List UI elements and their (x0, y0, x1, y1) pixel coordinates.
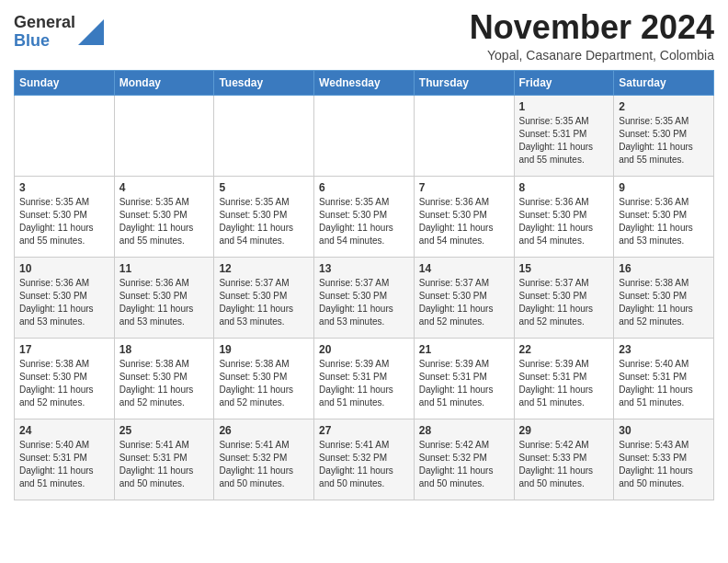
calendar-cell: 15Sunrise: 5:37 AM Sunset: 5:30 PM Dayli… (514, 257, 614, 338)
day-info: Sunrise: 5:35 AM Sunset: 5:31 PM Dayligh… (519, 115, 609, 167)
day-info: Sunrise: 5:38 AM Sunset: 5:30 PM Dayligh… (619, 277, 709, 328)
day-number: 5 (219, 181, 309, 194)
calendar-cell: 9Sunrise: 5:36 AM Sunset: 5:30 PM Daylig… (614, 176, 714, 257)
col-monday: Monday (114, 70, 214, 95)
day-number: 4 (119, 181, 210, 194)
day-number: 9 (619, 181, 709, 194)
day-number: 21 (419, 343, 509, 356)
calendar-cell: 24Sunrise: 5:40 AM Sunset: 5:31 PM Dayli… (15, 419, 115, 500)
day-number: 18 (119, 343, 210, 356)
calendar-cell: 16Sunrise: 5:38 AM Sunset: 5:30 PM Dayli… (614, 257, 714, 338)
day-info: Sunrise: 5:40 AM Sunset: 5:31 PM Dayligh… (19, 439, 109, 490)
location-subtitle: Yopal, Casanare Department, Colombia (470, 48, 714, 63)
calendar-cell: 29Sunrise: 5:42 AM Sunset: 5:33 PM Dayli… (514, 419, 614, 500)
day-info: Sunrise: 5:38 AM Sunset: 5:30 PM Dayligh… (19, 358, 109, 409)
day-number: 26 (219, 424, 309, 437)
day-info: Sunrise: 5:38 AM Sunset: 5:30 PM Dayligh… (119, 358, 210, 409)
day-info: Sunrise: 5:36 AM Sunset: 5:30 PM Dayligh… (19, 277, 109, 328)
calendar-cell: 13Sunrise: 5:37 AM Sunset: 5:30 PM Dayli… (314, 257, 415, 338)
day-info: Sunrise: 5:35 AM Sunset: 5:30 PM Dayligh… (619, 115, 709, 167)
calendar-cell: 5Sunrise: 5:35 AM Sunset: 5:30 PM Daylig… (214, 176, 314, 257)
month-title: November 2024 (470, 9, 714, 46)
day-info: Sunrise: 5:37 AM Sunset: 5:30 PM Dayligh… (519, 277, 609, 328)
header-row: Sunday Monday Tuesday Wednesday Thursday… (15, 70, 714, 95)
calendar-body: 1Sunrise: 5:35 AM Sunset: 5:31 PM Daylig… (15, 95, 714, 500)
day-info: Sunrise: 5:39 AM Sunset: 5:31 PM Dayligh… (319, 358, 409, 409)
day-number: 25 (119, 424, 210, 437)
day-info: Sunrise: 5:36 AM Sunset: 5:30 PM Dayligh… (619, 196, 709, 247)
calendar-cell (15, 95, 115, 176)
day-info: Sunrise: 5:38 AM Sunset: 5:30 PM Dayligh… (219, 358, 309, 409)
calendar-cell: 2Sunrise: 5:35 AM Sunset: 5:30 PM Daylig… (614, 95, 714, 176)
day-info: Sunrise: 5:37 AM Sunset: 5:30 PM Dayligh… (319, 277, 409, 328)
calendar-cell (314, 95, 415, 176)
day-info: Sunrise: 5:39 AM Sunset: 5:31 PM Dayligh… (519, 358, 609, 409)
day-number: 1 (519, 100, 609, 113)
day-number: 27 (319, 424, 409, 437)
calendar-week-row: 17Sunrise: 5:38 AM Sunset: 5:30 PM Dayli… (15, 338, 714, 419)
col-friday: Friday (514, 70, 614, 95)
calendar-cell: 19Sunrise: 5:38 AM Sunset: 5:30 PM Dayli… (214, 338, 314, 419)
col-wednesday: Wednesday (314, 70, 415, 95)
day-info: Sunrise: 5:35 AM Sunset: 5:30 PM Dayligh… (219, 196, 309, 247)
day-number: 19 (219, 343, 309, 356)
calendar-cell: 27Sunrise: 5:41 AM Sunset: 5:32 PM Dayli… (314, 419, 415, 500)
day-number: 24 (19, 424, 109, 437)
day-number: 23 (619, 343, 709, 356)
day-number: 22 (519, 343, 609, 356)
calendar-cell: 3Sunrise: 5:35 AM Sunset: 5:30 PM Daylig… (15, 176, 115, 257)
col-thursday: Thursday (414, 70, 514, 95)
day-number: 12 (219, 262, 309, 275)
calendar-cell: 25Sunrise: 5:41 AM Sunset: 5:31 PM Dayli… (114, 419, 214, 500)
day-info: Sunrise: 5:40 AM Sunset: 5:31 PM Dayligh… (619, 358, 709, 409)
day-number: 30 (619, 424, 709, 437)
calendar-cell: 7Sunrise: 5:36 AM Sunset: 5:30 PM Daylig… (414, 176, 514, 257)
day-info: Sunrise: 5:36 AM Sunset: 5:30 PM Dayligh… (519, 196, 609, 247)
day-info: Sunrise: 5:41 AM Sunset: 5:32 PM Dayligh… (319, 439, 409, 490)
day-info: Sunrise: 5:39 AM Sunset: 5:31 PM Dayligh… (419, 358, 509, 409)
col-sunday: Sunday (15, 70, 115, 95)
calendar-cell: 12Sunrise: 5:37 AM Sunset: 5:30 PM Dayli… (214, 257, 314, 338)
calendar-week-row: 24Sunrise: 5:40 AM Sunset: 5:31 PM Dayli… (15, 419, 714, 500)
day-number: 17 (19, 343, 109, 356)
day-info: Sunrise: 5:41 AM Sunset: 5:31 PM Dayligh… (119, 439, 210, 490)
logo-icon (78, 19, 104, 45)
day-number: 6 (319, 181, 409, 194)
day-info: Sunrise: 5:37 AM Sunset: 5:30 PM Dayligh… (219, 277, 309, 328)
day-info: Sunrise: 5:35 AM Sunset: 5:30 PM Dayligh… (19, 196, 109, 247)
calendar-cell: 21Sunrise: 5:39 AM Sunset: 5:31 PM Dayli… (414, 338, 514, 419)
calendar-cell: 17Sunrise: 5:38 AM Sunset: 5:30 PM Dayli… (15, 338, 115, 419)
day-number: 10 (19, 262, 109, 275)
day-info: Sunrise: 5:43 AM Sunset: 5:33 PM Dayligh… (619, 439, 709, 490)
calendar-week-row: 1Sunrise: 5:35 AM Sunset: 5:31 PM Daylig… (15, 95, 714, 176)
calendar-cell: 1Sunrise: 5:35 AM Sunset: 5:31 PM Daylig… (514, 95, 614, 176)
day-number: 20 (319, 343, 409, 356)
day-info: Sunrise: 5:41 AM Sunset: 5:32 PM Dayligh… (219, 439, 309, 490)
day-number: 15 (519, 262, 609, 275)
calendar-cell: 11Sunrise: 5:36 AM Sunset: 5:30 PM Dayli… (114, 257, 214, 338)
day-info: Sunrise: 5:42 AM Sunset: 5:32 PM Dayligh… (419, 439, 509, 490)
day-number: 29 (519, 424, 609, 437)
day-info: Sunrise: 5:37 AM Sunset: 5:30 PM Dayligh… (419, 277, 509, 328)
col-tuesday: Tuesday (214, 70, 314, 95)
calendar-cell (214, 95, 314, 176)
day-number: 3 (19, 181, 109, 194)
calendar-cell: 8Sunrise: 5:36 AM Sunset: 5:30 PM Daylig… (514, 176, 614, 257)
day-info: Sunrise: 5:36 AM Sunset: 5:30 PM Dayligh… (419, 196, 509, 247)
logo-general-text: General (14, 14, 75, 32)
svg-marker-0 (78, 19, 104, 45)
calendar-cell: 6Sunrise: 5:35 AM Sunset: 5:30 PM Daylig… (314, 176, 415, 257)
calendar-cell: 26Sunrise: 5:41 AM Sunset: 5:32 PM Dayli… (214, 419, 314, 500)
col-saturday: Saturday (614, 70, 714, 95)
title-area: November 2024 Yopal, Casanare Department… (470, 9, 714, 63)
day-number: 2 (619, 100, 709, 113)
calendar-cell: 4Sunrise: 5:35 AM Sunset: 5:30 PM Daylig… (114, 176, 214, 257)
calendar-cell: 28Sunrise: 5:42 AM Sunset: 5:32 PM Dayli… (414, 419, 514, 500)
day-info: Sunrise: 5:42 AM Sunset: 5:33 PM Dayligh… (519, 439, 609, 490)
day-number: 28 (419, 424, 509, 437)
day-number: 14 (419, 262, 509, 275)
calendar-cell: 23Sunrise: 5:40 AM Sunset: 5:31 PM Dayli… (614, 338, 714, 419)
calendar-cell: 30Sunrise: 5:43 AM Sunset: 5:33 PM Dayli… (614, 419, 714, 500)
calendar-header: Sunday Monday Tuesday Wednesday Thursday… (15, 70, 714, 95)
calendar-cell: 22Sunrise: 5:39 AM Sunset: 5:31 PM Dayli… (514, 338, 614, 419)
